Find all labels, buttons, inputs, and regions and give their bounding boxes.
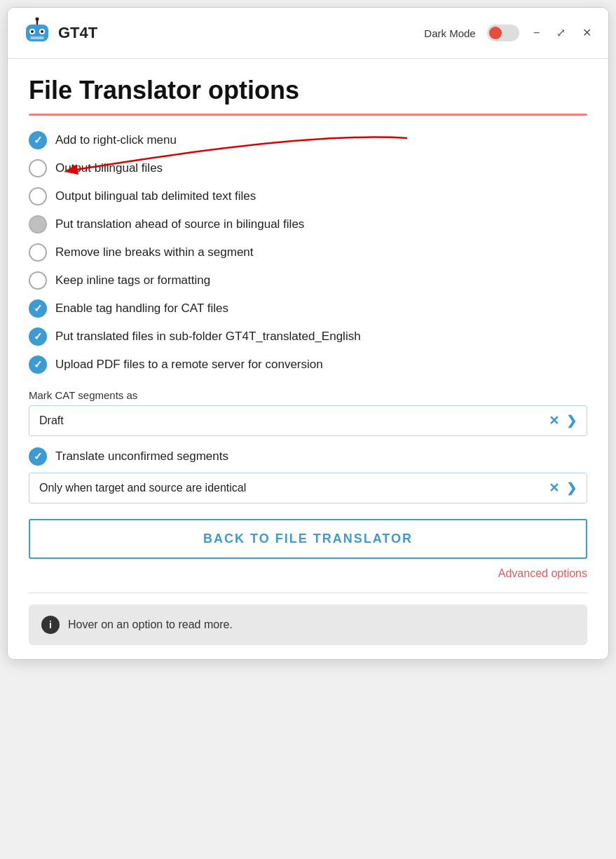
- checkbox-put-translation-ahead[interactable]: [29, 215, 47, 234]
- checkbox-remove-line-breaks[interactable]: [29, 243, 47, 262]
- svg-point-1: [36, 18, 39, 21]
- info-bar: i Hover on an option to read more.: [29, 604, 587, 645]
- checkbox-translate-unconfirmed[interactable]: [29, 447, 47, 466]
- checkbox-output-bilingual-tab[interactable]: [29, 187, 47, 205]
- dark-mode-toggle[interactable]: [487, 25, 519, 41]
- option-output-bilingual-tab-label: Output bilingual tab delimited text file…: [55, 189, 256, 203]
- logo-area: GT4T: [22, 18, 424, 48]
- option-enable-tag-handling-label: Enable tag handling for CAT files: [55, 302, 228, 316]
- checkbox-enable-tag-handling[interactable]: [29, 299, 47, 318]
- translate-unconfirmed-label: Translate unconfirmed segments: [55, 449, 228, 464]
- checkbox-upload-pdf[interactable]: [29, 356, 47, 374]
- option-translate-unconfirmed[interactable]: Translate unconfirmed segments: [29, 447, 587, 466]
- mark-cat-label: Mark CAT segments as: [29, 389, 587, 401]
- option-put-translated-files-label: Put translated files in sub-folder GT4T_…: [55, 330, 361, 344]
- option-add-right-click-label: Add to right-click menu: [55, 133, 177, 147]
- option-output-bilingual-tab[interactable]: Output bilingual tab delimited text file…: [29, 187, 587, 205]
- toggle-dot: [489, 27, 502, 39]
- close-button[interactable]: ✕: [580, 26, 594, 40]
- advanced-options-link[interactable]: Advanced options: [498, 567, 587, 579]
- maximize-button[interactable]: ⤢: [554, 26, 568, 40]
- option-upload-pdf-label: Upload PDF files to a remote server for …: [55, 358, 323, 372]
- svg-rect-7: [30, 36, 44, 39]
- main-window: GT4T Dark Mode − ⤢ ✕ File Translator opt…: [7, 7, 609, 660]
- option-put-translated-files[interactable]: Put translated files in sub-folder GT4T_…: [29, 327, 587, 346]
- svg-point-5: [31, 30, 34, 33]
- option-keep-inline-tags-label: Keep inline tags or formatting: [55, 273, 210, 288]
- option-enable-tag-handling[interactable]: Enable tag handling for CAT files: [29, 299, 587, 318]
- option-put-translation-ahead[interactable]: Put translation ahead of source in bilin…: [29, 215, 587, 234]
- options-list: Add to right-click menu Output bilingual…: [29, 131, 587, 374]
- mark-cat-clear-icon[interactable]: ✕: [549, 413, 559, 428]
- option-put-translation-ahead-label: Put translation ahead of source in bilin…: [55, 217, 304, 231]
- unconfirmed-clear-icon[interactable]: ✕: [549, 480, 559, 496]
- app-logo-icon: [22, 18, 53, 48]
- mark-cat-section: Mark CAT segments as Draft ✕ ❯: [29, 389, 587, 436]
- option-upload-pdf[interactable]: Upload PDF files to a remote server for …: [29, 356, 587, 374]
- info-bar-text: Hover on an option to read more.: [68, 618, 233, 631]
- option-output-bilingual-label: Output bilingual files: [55, 161, 163, 175]
- checkbox-add-right-click[interactable]: [29, 131, 47, 149]
- mark-cat-dropdown-actions: ✕ ❯: [549, 413, 577, 428]
- back-to-file-translator-button[interactable]: BACK TO FILE TRANSLATOR: [29, 519, 587, 559]
- checkbox-put-translated-files[interactable]: [29, 327, 47, 346]
- option-output-bilingual[interactable]: Output bilingual files: [29, 159, 587, 177]
- unconfirmed-dropdown-actions: ✕ ❯: [549, 480, 577, 496]
- svg-point-6: [41, 30, 43, 33]
- option-add-right-click[interactable]: Add to right-click menu: [29, 131, 587, 149]
- option-keep-inline-tags[interactable]: Keep inline tags or formatting: [29, 271, 587, 290]
- title-divider: [29, 114, 587, 116]
- option-remove-line-breaks-label: Remove line breaks within a segment: [55, 245, 254, 259]
- checkbox-keep-inline-tags[interactable]: [29, 271, 47, 290]
- checkbox-output-bilingual[interactable]: [29, 159, 47, 177]
- unconfirmed-chevron-icon[interactable]: ❯: [566, 480, 577, 496]
- mark-cat-dropdown[interactable]: Draft ✕ ❯: [29, 405, 587, 436]
- mark-cat-value: Draft: [39, 414, 64, 427]
- bottom-divider: [29, 593, 587, 593]
- content-area: File Translator options Add to right-cli…: [8, 59, 608, 659]
- mark-cat-chevron-icon[interactable]: ❯: [566, 413, 577, 428]
- unconfirmed-dropdown[interactable]: Only when target and source are identica…: [29, 473, 587, 503]
- page-title: File Translator options: [29, 76, 587, 105]
- option-remove-line-breaks[interactable]: Remove line breaks within a segment: [29, 243, 587, 262]
- titlebar-controls: Dark Mode − ⤢ ✕: [424, 25, 594, 41]
- info-icon: i: [41, 616, 60, 634]
- advanced-options-container: Advanced options: [29, 567, 587, 580]
- unconfirmed-dropdown-value: Only when target and source are identica…: [39, 482, 246, 494]
- minimize-button[interactable]: −: [531, 26, 542, 40]
- dark-mode-label: Dark Mode: [424, 27, 475, 39]
- app-name: GT4T: [58, 24, 97, 42]
- titlebar: GT4T Dark Mode − ⤢ ✕: [8, 8, 608, 59]
